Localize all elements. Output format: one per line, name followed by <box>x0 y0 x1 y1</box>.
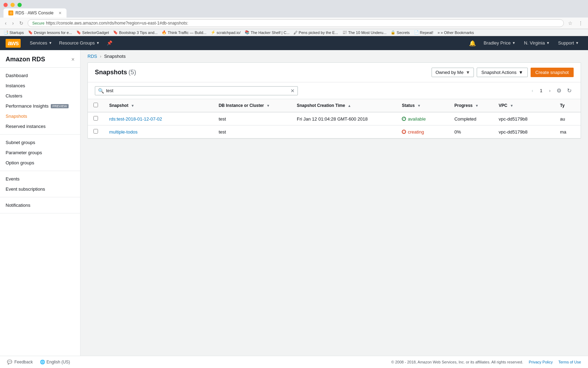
address-bar[interactable]: Secure https://console.aws.amazon.com/rd… <box>28 19 564 27</box>
row-2-checkbox[interactable] <box>93 129 98 134</box>
bookmark-underrated[interactable]: 📰 The 10 Most Underu... <box>342 30 386 35</box>
select-all-checkbox[interactable] <box>93 103 98 107</box>
status-col-header[interactable]: Status ▼ <box>396 99 449 113</box>
snapshot-actions-caret: ▼ <box>519 70 523 75</box>
page-number: 1 <box>537 87 545 95</box>
reload-button[interactable]: ↻ <box>18 20 25 27</box>
row-1-snapshot-id: rds:test-2018-01-12-07-02 <box>104 112 213 125</box>
sidebar-item-parameter-groups[interactable]: Parameter groups <box>0 148 80 158</box>
star-button[interactable]: ☆ <box>567 20 574 27</box>
table-settings-button[interactable]: ⚙ <box>554 86 564 95</box>
search-icon: 🔍 <box>98 88 104 94</box>
bookmark-thinktraf[interactable]: 🔥 Think Traffic — Build... <box>162 30 206 35</box>
snapshots-header: Snapshots (5) Owned by Me ▼ Snapshot Act… <box>88 63 581 82</box>
sidebar-item-event-subscriptions[interactable]: Event subscriptions <box>0 184 80 194</box>
row-1-type: au <box>554 112 581 125</box>
snapshots-table: Snapshot ▼ DB Instance or Cluster ▼ Snap… <box>88 99 581 138</box>
sidebar-item-performance-insights[interactable]: Performance Insights PREVIEW <box>0 101 80 111</box>
bookmark-hackershelf[interactable]: 📚 The Hacker Shelf | C... <box>245 30 289 35</box>
sidebar-item-reserved-instances[interactable]: Reserved instances <box>0 121 80 131</box>
vpc-col-header[interactable]: VPC ▼ <box>493 99 554 113</box>
back-button[interactable]: ‹ <box>4 20 8 27</box>
creation-time-col-header[interactable]: Snapshot Creation Time ▲ <box>291 99 396 113</box>
row-1-progress: Completed <box>449 112 493 125</box>
region-caret: ▼ <box>546 36 550 50</box>
db-instance-col-header[interactable]: DB Instance or Cluster ▼ <box>213 99 291 113</box>
sidebar-item-subnet-groups[interactable]: Subnet groups <box>0 137 80 148</box>
feedback-button[interactable]: 💬 Feedback <box>7 360 33 364</box>
services-caret: ▼ <box>49 36 52 50</box>
search-input-wrapper: 🔍 ✕ <box>95 86 298 95</box>
create-snapshot-button[interactable]: Create snapshot <box>531 68 574 77</box>
row-1-status: available <box>396 112 449 125</box>
privacy-policy-link[interactable]: Privacy Policy <box>529 360 553 364</box>
snapshots-title: Snapshots <box>95 69 127 76</box>
sidebar-item-instances[interactable]: Instances <box>0 81 80 91</box>
sidebar-item-clusters[interactable]: Clusters <box>0 91 80 101</box>
sidebar-close-button[interactable]: × <box>71 56 75 63</box>
bookmark-repeat[interactable]: 📄 Repeat! <box>414 30 434 35</box>
sidebar-item-snapshots[interactable]: Snapshots <box>0 111 80 121</box>
next-page-button[interactable]: › <box>547 86 553 95</box>
row-1-checkbox[interactable] <box>93 116 98 121</box>
row-2-snapshot-id: multiple-todos <box>104 125 213 138</box>
bookmark-scratchpad[interactable]: ⚡ scratchpad.io/ <box>211 30 240 35</box>
sidebar: Amazon RDS × Dashboard Instances Cluster… <box>0 50 80 368</box>
snapshot-col-header[interactable]: Snapshot ▼ <box>104 99 213 113</box>
secure-badge: Secure <box>32 21 44 25</box>
notifications-bell-icon[interactable]: 🔔 <box>466 40 479 47</box>
status-available-icon <box>402 117 406 121</box>
row-2-snapshot-link[interactable]: multiple-todos <box>109 129 138 135</box>
region-menu[interactable]: N. Virginia ▼ <box>520 36 553 50</box>
breadcrumb-rds[interactable]: RDS <box>88 54 97 59</box>
pagination: ‹ 1 › ⚙ ↻ <box>529 86 574 95</box>
status-creating-badge: ○ creating <box>402 129 443 135</box>
forward-button[interactable]: › <box>11 20 15 27</box>
main-content: RDS › Snapshots Snapshots (5) Owned by M… <box>80 50 588 368</box>
minimize-traffic-dot[interactable] <box>10 3 15 7</box>
owned-by-select[interactable]: Owned by Me ▼ <box>432 68 474 77</box>
sidebar-item-events[interactable]: Events <box>0 174 80 184</box>
sidebar-header: Amazon RDS × <box>0 50 80 68</box>
snapshot-actions-button[interactable]: Snapshot Actions ▼ <box>477 68 527 77</box>
bookmark-secrets[interactable]: 🔒 Secrets <box>391 30 410 35</box>
pin-nav[interactable]: 📌 <box>103 36 116 50</box>
search-clear-button[interactable]: ✕ <box>290 88 295 94</box>
refresh-button[interactable]: ↻ <box>565 86 574 95</box>
bookmark-design[interactable]: 🔖 Design lessons for e... <box>28 30 72 35</box>
row-1-snapshot-link[interactable]: rds:test-2018-01-12-07-02 <box>109 116 162 122</box>
browser-tab[interactable]: ⬡ RDS · AWS Console ✕ <box>4 8 66 18</box>
progress-col-header[interactable]: Progress ▼ <box>449 99 493 113</box>
close-traffic-dot[interactable] <box>4 3 8 7</box>
maximize-traffic-dot[interactable] <box>18 3 22 7</box>
search-input[interactable] <box>106 88 290 93</box>
globe-icon: 🌐 <box>40 360 45 364</box>
language-selector[interactable]: 🌐 English (US) <box>40 360 70 364</box>
support-menu[interactable]: Support ▼ <box>555 36 582 50</box>
row-1-vpc: vpc-dd5179b8 <box>493 112 554 125</box>
bookmark-startups[interactable]: 📑 Startups <box>4 30 24 35</box>
sidebar-title: Amazon RDS <box>6 56 45 63</box>
row-2-progress: 0% <box>449 125 493 138</box>
services-nav[interactable]: Services ▼ <box>26 36 56 50</box>
tab-close-button[interactable]: ✕ <box>58 11 62 15</box>
resource-groups-nav[interactable]: Resource Groups ▼ <box>56 36 103 50</box>
user-menu[interactable]: Bradley Price ▼ <box>480 36 519 50</box>
extensions-button[interactable]: ⋮ <box>577 20 584 27</box>
tab-favicon: ⬡ <box>8 11 13 15</box>
sidebar-section-1: Dashboard Instances Clusters Performance… <box>0 68 80 135</box>
resource-groups-caret: ▼ <box>96 36 100 50</box>
owned-by-caret: ▼ <box>465 70 470 75</box>
bookmark-other[interactable]: » » Other Bookmarks <box>438 30 474 35</box>
sidebar-item-dashboard[interactable]: Dashboard <box>0 70 80 81</box>
bookmark-bootstrap[interactable]: 🔖 Bootstrap 3 Tips and... <box>113 30 158 35</box>
prev-page-button[interactable]: ‹ <box>529 86 536 95</box>
support-caret: ▼ <box>575 36 579 50</box>
terms-of-use-link[interactable]: Terms of Use <box>558 360 581 364</box>
bookmarks-bar: 📑 Startups 🔖 Design lessons for e... 🔖 S… <box>0 29 588 36</box>
bookmark-selectorgadget[interactable]: 🔖 SelectorGadget <box>76 30 109 35</box>
sidebar-item-notifications[interactable]: Notifications <box>0 200 80 210</box>
bookmark-pens[interactable]: 🖊 Pens picked by the E... <box>294 30 338 35</box>
sidebar-item-option-groups[interactable]: Option groups <box>0 158 80 168</box>
breadcrumb-sep: › <box>100 54 101 59</box>
